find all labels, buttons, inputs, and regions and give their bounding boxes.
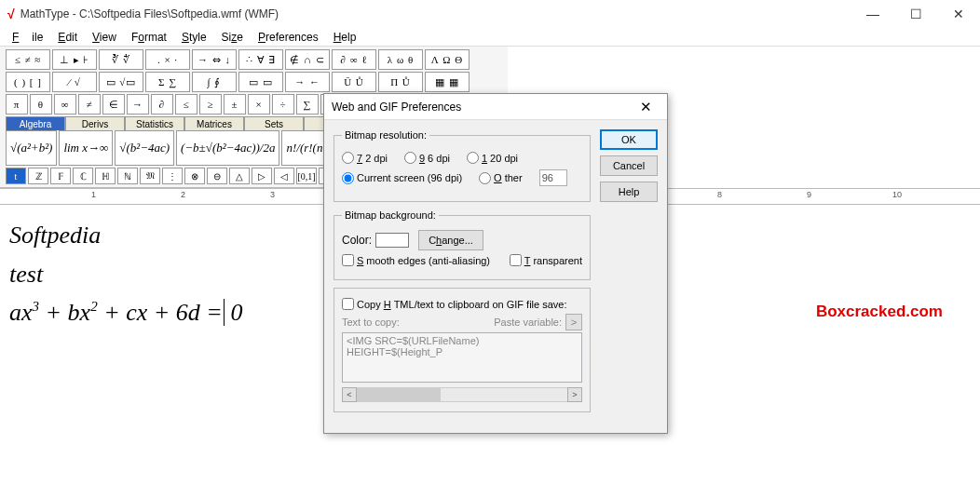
menu-format[interactable]: Format xyxy=(125,29,173,46)
other-dpi-input[interactable] xyxy=(539,169,567,186)
menu-preferences[interactable]: Preferences xyxy=(252,29,325,46)
app-logo-icon: √ xyxy=(7,7,15,21)
color-label: Color: xyxy=(342,234,372,247)
toolbar-button[interactable]: ∂ xyxy=(151,94,173,115)
toolbar-button[interactable]: ⊥ ▸ ⊦ xyxy=(52,49,97,70)
toolbar-button[interactable]: [0,1] xyxy=(296,168,317,184)
ok-button[interactable]: OK xyxy=(600,129,658,150)
menu-edit[interactable]: Edit xyxy=(51,29,84,46)
toolbar-button[interactable]: △ xyxy=(229,168,250,184)
scroll-right-icon[interactable]: > xyxy=(567,387,582,402)
text-to-copy-label: Text to copy: xyxy=(342,317,400,328)
menu-style[interactable]: Style xyxy=(175,29,213,46)
menu-size[interactable]: Size xyxy=(215,29,250,46)
radio-120dpi[interactable]: 120 dpi xyxy=(467,152,518,164)
toolbar-button[interactable]: ⊗ xyxy=(184,168,205,184)
change-color-button[interactable]: Change... xyxy=(418,230,483,250)
palette-item[interactable]: (−b±√(b²−4ac))/2a xyxy=(176,130,279,166)
toolbar-button[interactable]: ( ) [ ] xyxy=(6,72,50,92)
toolbar-button[interactable]: ∫ ∮ xyxy=(192,72,237,92)
toolbar-button[interactable]: Ū Ů xyxy=(332,72,376,92)
watermark-text: Boxcracked.com xyxy=(816,303,943,321)
maximize-button[interactable]: ☐ xyxy=(894,0,937,28)
toolbar-button[interactable]: ℂ xyxy=(73,168,93,184)
toolbar-button[interactable]: ⊖ xyxy=(207,168,227,184)
dialog-close-button[interactable]: ✕ xyxy=(632,96,660,118)
palette-tab[interactable]: Statistics xyxy=(125,116,184,130)
menubar: File Edit View Format Style Size Prefere… xyxy=(0,28,980,47)
toolbar-button[interactable]: ▷ xyxy=(252,168,272,184)
cancel-button[interactable]: Cancel xyxy=(600,155,658,176)
toolbar-button[interactable]: ÷ xyxy=(272,94,294,115)
toolbar-button[interactable]: ≤ xyxy=(175,94,197,115)
dialog-title: Web and GIF Preferences xyxy=(332,101,461,114)
toolbar-button[interactable]: ≠ xyxy=(78,94,101,115)
toolbar-button[interactable]: ▭ ▭ xyxy=(238,72,283,92)
toolbar-button[interactable]: θ xyxy=(30,94,52,115)
toolbar-button[interactable]: ▭ √▭ xyxy=(99,72,143,92)
toolbar-button[interactable]: ℕ xyxy=(117,168,138,184)
radio-96dpi[interactable]: 96 dpi xyxy=(404,152,450,164)
toolbar-button[interactable]: λ ω θ xyxy=(378,49,423,70)
toolbar-button[interactable]: π xyxy=(6,94,28,115)
toolbar-button[interactable]: ∉ ∩ ⊂ xyxy=(285,49,330,70)
copy-html-group: Copy HTML/text to clipboard on GIF file … xyxy=(333,288,591,412)
smooth-edges-checkbox[interactable]: Smooth edges (anti-aliasing) xyxy=(342,254,490,266)
preferences-dialog: Web and GIF Preferences ✕ Bitmap resolut… xyxy=(323,93,668,434)
palette-tab[interactable]: Algebra xyxy=(6,116,65,130)
toolbar-button[interactable]: ∈ xyxy=(102,94,125,115)
paste-variable-button[interactable]: > xyxy=(565,314,582,330)
radio-72dpi[interactable]: 72 dpi xyxy=(342,152,388,164)
toolbar-button[interactable]: ≥ xyxy=(199,94,222,115)
toolbar-button[interactable]: t xyxy=(6,168,26,184)
palette-item[interactable]: √(b²−4ac) xyxy=(115,130,174,166)
toolbar-button[interactable]: 𝔐 xyxy=(140,168,160,184)
bitmap-background-group: Bitmap background: Color: Change... Smoo… xyxy=(333,209,591,280)
toolbar-button[interactable]: ℤ xyxy=(28,168,48,184)
minimize-button[interactable]: — xyxy=(851,0,894,28)
toolbar-button[interactable]: ⋮ xyxy=(162,168,183,184)
toolbar-button[interactable]: ⁄ √ xyxy=(52,72,97,92)
template-textarea[interactable] xyxy=(342,332,582,383)
radio-current-screen[interactable]: Current screen (96 dpi) xyxy=(342,172,462,184)
toolbar-button[interactable]: ∞ xyxy=(54,94,76,115)
toolbar-button[interactable]: ∴ ∀ ∃ xyxy=(238,49,283,70)
paste-variable-label: Paste variable: xyxy=(494,317,562,328)
toolbar-button[interactable]: → ← xyxy=(285,72,330,92)
transparent-checkbox[interactable]: Transparent xyxy=(510,254,582,266)
toolbar-button[interactable]: ∛ ∜ xyxy=(99,49,143,70)
menu-file[interactable]: File xyxy=(6,29,49,46)
toolbar-button[interactable]: ± xyxy=(224,94,246,115)
group-legend: Bitmap resolution: xyxy=(342,129,429,141)
toolbar-button[interactable]: ∑ xyxy=(296,94,319,115)
toolbar-button[interactable]: × xyxy=(248,94,270,115)
close-button[interactable]: ✕ xyxy=(937,0,980,28)
menu-view[interactable]: View xyxy=(86,29,123,46)
radio-other[interactable]: Other xyxy=(479,172,523,184)
toolbar-button[interactable]: Π Ů xyxy=(378,72,423,92)
toolbar-button[interactable]: → xyxy=(127,94,149,115)
palette-item[interactable]: √(a²+b²) xyxy=(6,130,57,166)
palette-tab[interactable]: Sets xyxy=(244,116,304,130)
toolbar-button[interactable]: ◁ xyxy=(274,168,294,184)
palette-tab[interactable]: Matrices xyxy=(184,116,244,130)
toolbar-button[interactable]: ≤ ≠ ≈ xyxy=(6,49,50,70)
window-title: MathType - C:\Softpedia Files\Softpedia.… xyxy=(20,7,279,20)
toolbar-button[interactable]: . × · xyxy=(145,49,190,70)
horizontal-scrollbar[interactable]: < > xyxy=(342,387,582,402)
bitmap-resolution-group: Bitmap resolution: 72 dpi 96 dpi 120 dpi… xyxy=(333,129,591,202)
palette-tab[interactable]: Derivs xyxy=(65,116,125,130)
help-button[interactable]: Help xyxy=(600,182,658,202)
toolbar-button[interactable]: 𝔽 xyxy=(50,168,71,184)
toolbar-button[interactable]: Λ Ω Θ xyxy=(425,49,470,70)
copy-html-checkbox[interactable]: Copy HTML/text to clipboard on GIF file … xyxy=(342,298,567,310)
toolbar-button[interactable]: ℍ xyxy=(95,168,116,184)
toolbar-button[interactable]: Σ ∑ xyxy=(145,72,190,92)
toolbar-button[interactable]: ∂ ∞ ℓ xyxy=(332,49,376,70)
titlebar: √ MathType - C:\Softpedia Files\Softpedi… xyxy=(0,0,980,28)
scroll-left-icon[interactable]: < xyxy=(342,387,357,402)
palette-item[interactable]: lim x→∞ xyxy=(59,130,113,166)
toolbar-button[interactable]: → ⇔ ↓ xyxy=(192,49,237,70)
menu-help[interactable]: Help xyxy=(327,29,363,46)
toolbar-button[interactable]: ▦ ▦ xyxy=(425,72,470,92)
